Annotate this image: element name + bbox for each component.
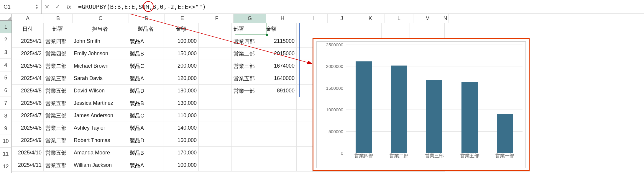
cell-H4[interactable]: 1674000	[264, 60, 297, 72]
cell-E9[interactable]: 140,000	[163, 122, 199, 134]
cell-H8[interactable]	[264, 110, 297, 122]
sheet[interactable]: ABCDEFGHIJKLMN 日付部署担当者製品名金額部署金額2025/4/1営…	[12, 14, 644, 173]
cell-F8[interactable]	[199, 110, 232, 122]
chart-bar-1[interactable]	[391, 66, 407, 153]
cell-H5[interactable]: 1640000	[264, 72, 297, 85]
cell-H7[interactable]	[264, 97, 297, 110]
cell-A7[interactable]: 2025/4/6	[12, 97, 44, 110]
cell-G11[interactable]	[232, 147, 264, 159]
cell-E5[interactable]: 120,000	[163, 72, 199, 85]
cell-B4[interactable]: 営業二部	[44, 60, 72, 72]
cell-G8[interactable]	[232, 110, 264, 122]
cell-D2[interactable]: 製品A	[128, 35, 163, 48]
cell-A9[interactable]: 2025/4/8	[12, 122, 44, 134]
cell-F7[interactable]	[199, 97, 232, 110]
cell-G3[interactable]: 営業二部	[232, 48, 264, 60]
cell-B8[interactable]: 営業三部	[44, 110, 72, 122]
cell-A1[interactable]: 日付	[12, 23, 44, 35]
cell-N1[interactable]	[438, 23, 445, 35]
cell-D8[interactable]: 製品C	[128, 110, 163, 122]
accept-formula-button[interactable]: ✓	[52, 0, 63, 14]
cell-L1[interactable]	[382, 23, 410, 35]
cell-F5[interactable]	[199, 72, 232, 85]
cell-F2[interactable]	[199, 35, 232, 48]
cell-H12[interactable]	[264, 159, 297, 172]
cell-A4[interactable]: 2025/4/3	[12, 60, 44, 72]
cell-A12[interactable]: 2025/4/11	[12, 159, 44, 172]
cell-B3[interactable]: 営業四部	[44, 48, 72, 60]
cell-F10[interactable]	[199, 134, 232, 147]
row-header-3[interactable]: 3	[0, 46, 12, 59]
chart-bar-0[interactable]	[356, 61, 372, 153]
cell-H2[interactable]: 2115000	[264, 35, 297, 48]
cell-H9[interactable]	[264, 122, 297, 134]
row-header-5[interactable]: 5	[0, 71, 12, 84]
cell-D6[interactable]: 製品D	[128, 85, 163, 97]
chart-bar-4[interactable]	[497, 114, 513, 153]
cell-E7[interactable]: 130,000	[163, 97, 199, 110]
cell-F9[interactable]	[199, 122, 232, 134]
cell-C9[interactable]: Ashley Taylor	[72, 122, 128, 134]
col-header-G[interactable]: G	[234, 14, 266, 23]
chart-bar-3[interactable]	[461, 82, 478, 153]
cell-G1[interactable]: 部署	[232, 23, 264, 35]
chart-bar-2[interactable]	[426, 80, 442, 153]
cell-D3[interactable]: 製品B	[128, 48, 163, 60]
cell-C5[interactable]: Sarah Davis	[72, 72, 128, 85]
cell-A8[interactable]: 2025/4/7	[12, 110, 44, 122]
name-box-stepper[interactable]: ▲ ▼	[35, 4, 39, 10]
cell-D11[interactable]: 製品B	[128, 147, 163, 159]
cell-D12[interactable]: 製品A	[128, 159, 163, 172]
cell-C3[interactable]: Emily Johnson	[72, 48, 128, 60]
cell-D7[interactable]: 製品B	[128, 97, 163, 110]
col-header-E[interactable]: E	[165, 14, 200, 23]
col-header-F[interactable]: F	[200, 14, 234, 23]
col-header-L[interactable]: L	[385, 14, 413, 23]
col-header-I[interactable]: I	[299, 14, 328, 23]
cell-E10[interactable]: 160,000	[163, 134, 199, 147]
select-all-corner[interactable]	[0, 14, 12, 21]
cell-C4[interactable]: Michael Brown	[72, 60, 128, 72]
cell-H10[interactable]	[264, 134, 297, 147]
cell-E2[interactable]: 100,000	[163, 35, 199, 48]
col-header-B[interactable]: B	[44, 14, 73, 23]
cell-D9[interactable]: 製品A	[128, 122, 163, 134]
cell-B1[interactable]: 部署	[44, 23, 72, 35]
cell-G12[interactable]	[232, 159, 264, 172]
cell-E4[interactable]: 200,000	[163, 60, 199, 72]
cell-I1[interactable]	[297, 23, 325, 35]
col-header-J[interactable]: J	[328, 14, 356, 23]
row-header-7[interactable]: 7	[0, 97, 12, 110]
cell-B7[interactable]: 営業五部	[44, 97, 72, 110]
cell-F1[interactable]	[199, 23, 232, 35]
cell-G9[interactable]	[232, 122, 264, 134]
cell-G7[interactable]	[232, 97, 264, 110]
col-header-D[interactable]: D	[129, 14, 165, 23]
cell-D1[interactable]: 製品名	[128, 23, 163, 35]
col-header-A[interactable]: A	[12, 14, 44, 23]
row-header-8[interactable]: 8	[0, 110, 12, 122]
cell-E12[interactable]: 100,000	[163, 159, 199, 172]
col-header-H[interactable]: H	[266, 14, 299, 23]
row-header-10[interactable]: 10	[0, 135, 12, 148]
cell-A5[interactable]: 2025/4/4	[12, 72, 44, 85]
cell-H11[interactable]	[264, 147, 297, 159]
cell-D10[interactable]: 製品D	[128, 134, 163, 147]
cell-E8[interactable]: 110,000	[163, 110, 199, 122]
col-header-K[interactable]: K	[356, 14, 385, 23]
cell-F4[interactable]	[199, 60, 232, 72]
cell-C11[interactable]: Amanda Moore	[72, 147, 128, 159]
row-header-12[interactable]: 12	[0, 160, 12, 173]
cell-G2[interactable]: 営業四部	[232, 35, 264, 48]
row-header-4[interactable]: 4	[0, 59, 12, 71]
cell-C10[interactable]: Robert Thomas	[72, 134, 128, 147]
cell-G5[interactable]: 営業五部	[232, 72, 264, 85]
cell-F3[interactable]	[199, 48, 232, 60]
cell-B2[interactable]: 営業四部	[44, 35, 72, 48]
grid-area[interactable]: 123456789101112 ABCDEFGHIJKLMN 日付部署担当者製品…	[0, 14, 644, 173]
cell-K1[interactable]	[353, 23, 382, 35]
cell-B9[interactable]: 営業三部	[44, 122, 72, 134]
cancel-formula-button[interactable]: ✕	[42, 0, 52, 14]
cell-D5[interactable]: 製品A	[128, 72, 163, 85]
cell-C12[interactable]: William Jackson	[72, 159, 128, 172]
